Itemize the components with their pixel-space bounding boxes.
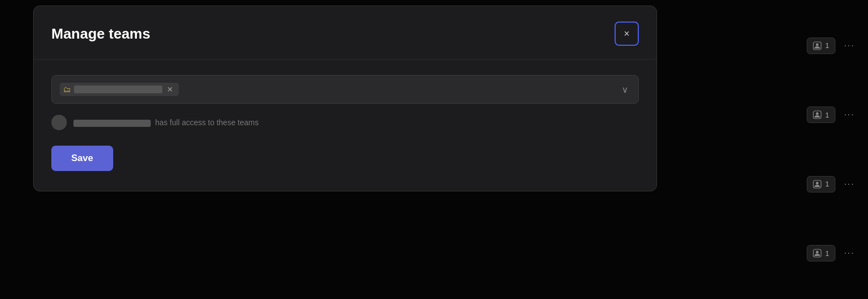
member-name-blur [73, 120, 151, 127]
tag-remove-button[interactable]: ✕ [166, 86, 174, 93]
team-select[interactable]: 🗂 ✕ ∨ [51, 75, 639, 104]
member-badge: 1 [807, 176, 835, 193]
modal-header: Manage teams × [34, 6, 657, 60]
save-button[interactable]: Save [51, 146, 113, 171]
tag-label-blur [74, 86, 162, 93]
info-suffix: has full access to these teams [153, 118, 258, 127]
svg-point-3 [816, 113, 819, 115]
member-count-4: 1 [825, 249, 829, 258]
modal-body: 🗂 ✕ ∨ has full access to these teams Sav… [34, 60, 657, 191]
close-button[interactable]: × [615, 22, 639, 46]
member-count-2: 1 [825, 111, 829, 119]
more-options-4[interactable]: ··· [842, 245, 857, 261]
more-options-1[interactable]: ··· [842, 38, 857, 54]
modal-wrapper: Manage teams × 🗂 ✕ ∨ has full acc [33, 6, 657, 191]
member-icon [813, 110, 822, 119]
select-tags: 🗂 ✕ [60, 83, 620, 96]
member-badge: 1 [807, 245, 835, 261]
right-panel: 1 ··· 1 ··· 1 ··· [780, 0, 868, 299]
member-badge: 1 [807, 106, 835, 123]
member-count-1: 1 [825, 41, 829, 50]
member-count-3: 1 [825, 180, 829, 188]
member-icon [813, 180, 822, 189]
info-text: has full access to these teams [73, 118, 258, 127]
right-panel-row: 1 ··· [807, 176, 857, 193]
right-panel-row: 1 ··· [807, 245, 857, 261]
info-row: has full access to these teams [51, 115, 639, 130]
right-panel-row: 1 ··· [807, 38, 857, 54]
svg-point-5 [816, 181, 819, 184]
svg-point-1 [816, 43, 819, 46]
team-tag: 🗂 ✕ [60, 83, 179, 96]
avatar [51, 115, 67, 130]
chevron-down-icon[interactable]: ∨ [620, 84, 631, 95]
member-badge: 1 [807, 38, 835, 54]
right-panel-row: 1 ··· [807, 106, 857, 123]
manage-teams-modal: Manage teams × 🗂 ✕ ∨ has full acc [33, 6, 657, 191]
member-icon [813, 249, 822, 258]
member-icon [813, 41, 822, 50]
svg-point-7 [816, 251, 819, 254]
modal-title: Manage teams [51, 25, 150, 42]
folder-icon: 🗂 [63, 85, 71, 94]
more-options-3[interactable]: ··· [842, 176, 857, 193]
more-options-2[interactable]: ··· [842, 106, 857, 123]
